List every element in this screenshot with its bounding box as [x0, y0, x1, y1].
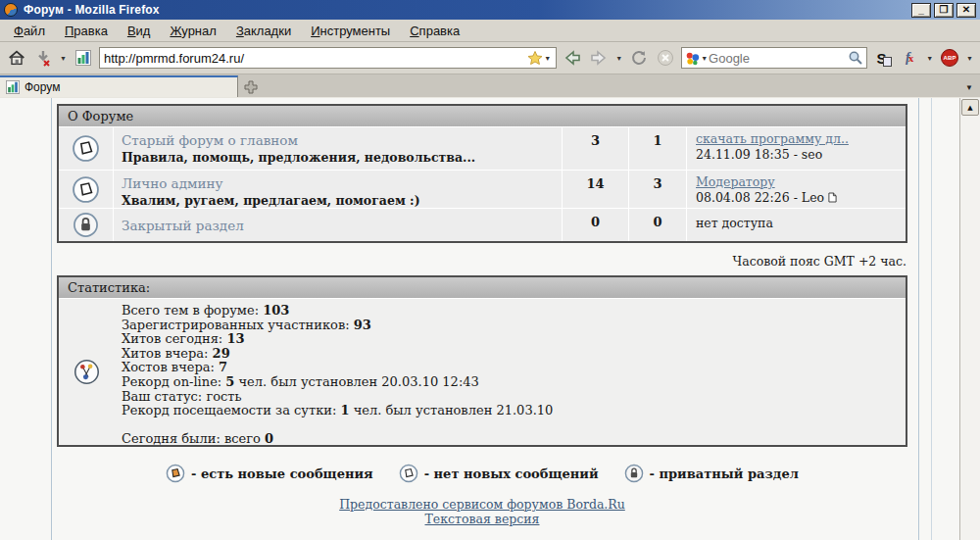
adblock-button[interactable]: ABP: [939, 47, 960, 69]
adblock-icon: ABP: [941, 49, 958, 67]
plus-icon: [244, 80, 258, 94]
footer: Предоставлено сервисом форумов Borda.Ru …: [57, 497, 907, 526]
firefox-window: Форум - Mozilla Firefox _ ❐ ✕ Файл Правк…: [0, 0, 980, 540]
menu-item-bookmarks[interactable]: Закладки: [226, 21, 301, 41]
menu-item-help[interactable]: Справка: [400, 21, 469, 41]
stats-text: Всего тем в форуме: 103 Зарегистрированн…: [114, 299, 906, 445]
topics-count: 14: [563, 171, 628, 208]
toolbar-dropdown-icon[interactable]: ▼: [59, 55, 68, 62]
google-engine-icon[interactable]: [685, 51, 700, 66]
chevron-down-icon: ▼: [965, 83, 973, 92]
stat-line: Всего тем в форуме: 103: [122, 304, 898, 319]
forward-arrow-icon: [589, 49, 609, 67]
stat-line: Сегодня были: всего 0: [122, 432, 898, 447]
legend-text: - нет новых сообщений: [424, 466, 599, 481]
back-button[interactable]: [562, 47, 583, 69]
scroll-up-button[interactable]: ▲: [961, 99, 979, 116]
bookmark-star-icon[interactable]: [527, 50, 543, 66]
home-button[interactable]: [6, 47, 27, 69]
flashblock-button[interactable]: fx: [899, 47, 920, 69]
last-post-info: нет доступа: [696, 216, 773, 230]
list-all-tabs-button[interactable]: ▼: [958, 77, 980, 97]
menu-item-tools[interactable]: Инструменты: [301, 21, 400, 41]
lock-icon: [624, 464, 644, 483]
tab-forum[interactable]: Форум: [0, 75, 238, 97]
stats-header: Статистика:: [59, 277, 906, 298]
legend-item: - нет новых сообщений: [399, 464, 599, 483]
search-magnifier-icon[interactable]: [848, 50, 863, 66]
vertical-scrollbar[interactable]: ▲: [959, 98, 980, 540]
stat-line: Хостов вчера: 7: [122, 361, 898, 375]
last-post-cell: нет доступа: [687, 209, 906, 241]
forum-link: Закрытый раздел: [122, 218, 244, 233]
stat-line: Хитов вчера: 29: [122, 347, 898, 362]
forum-row-icon-cell: [59, 209, 113, 241]
last-post-info: 08.04.08 22:26 - Leo: [696, 190, 897, 205]
close-button[interactable]: ✕: [956, 3, 976, 18]
search-engine-dropdown-icon[interactable]: ▼: [700, 55, 709, 62]
navigation-toolbar: ▼ ▼ ▼: [0, 42, 980, 74]
stat-line: Ваш статус: гость: [122, 390, 898, 405]
forum-description: Хвалим, ругаем, предлагаем, помогаем :): [122, 193, 554, 208]
titlebar: Форум - Mozilla Firefox _ ❐ ✕: [0, 0, 980, 20]
url-input[interactable]: [104, 51, 527, 66]
last-post-info: 24.11.09 18:35 - seo: [696, 147, 897, 162]
forum-row-icon-cell: [59, 127, 113, 170]
last-post-cell: Модератору 08.04.08 22:26 - Leo: [687, 171, 906, 208]
flashblock-icon: fx: [906, 50, 913, 66]
search-input[interactable]: [709, 51, 848, 66]
menu-item-file[interactable]: Файл: [4, 21, 55, 41]
reload-button[interactable]: [628, 47, 650, 69]
menu-item-edit[interactable]: Правка: [55, 21, 118, 41]
legend-text: - есть новые сообщения: [191, 466, 373, 481]
forum-row-main: Закрытый раздел: [114, 209, 562, 241]
forward-button[interactable]: [588, 47, 610, 69]
scrapbook-button[interactable]: S: [872, 47, 894, 69]
urlbar-dropdown-icon[interactable]: ▼: [543, 55, 552, 62]
restore-button[interactable]: ❐: [934, 3, 954, 18]
url-bar: ▼: [99, 47, 557, 69]
minimize-button[interactable]: _: [911, 3, 931, 18]
forum-description: Правила, помощь, предложения, недовольст…: [122, 150, 554, 165]
reload-icon: [630, 49, 648, 67]
new-tab-button[interactable]: [238, 77, 264, 97]
last-post-link[interactable]: скачать программу дл..: [696, 131, 849, 146]
topics-count: 3: [563, 127, 628, 170]
menu-item-view[interactable]: Вид: [118, 21, 161, 41]
folder-icon: [399, 464, 418, 483]
stat-line: Зарегистрированных участников: 93: [122, 319, 898, 333]
downloads-button[interactable]: [32, 47, 54, 69]
forum-table: О Форуме Старый форум о главном Правила,…: [57, 104, 907, 243]
page-border-line: [51, 98, 52, 540]
page-border-line: [931, 98, 932, 540]
adblock-dropdown-icon[interactable]: ▼: [965, 55, 974, 62]
tab-bar: Форум ▼: [0, 74, 980, 97]
menubar: Файл Правка Вид Журнал Закладки Инструме…: [0, 20, 980, 42]
replies-count: 3: [629, 171, 686, 208]
legend-text: - приватный раздел: [650, 466, 799, 481]
tab-favicon: [6, 80, 20, 94]
last-post-link[interactable]: Модератору: [696, 174, 775, 189]
folder-new-icon: [166, 464, 185, 483]
flashblock-dropdown-icon[interactable]: ▼: [925, 55, 934, 62]
stat-line: Рекорд посещаемости за сутки: 1 чел. был…: [122, 404, 898, 418]
footer-link-text-version[interactable]: Текстовая версия: [425, 512, 540, 526]
up-arrow-icon: ▲: [967, 104, 972, 112]
footer-link-borda[interactable]: Предоставлено сервисом форумов Borda.Ru: [339, 497, 625, 512]
home-icon: [7, 48, 26, 68]
forum-row-main: Старый форум о главном Правила, помощь, …: [114, 127, 562, 170]
topics-count: 0: [563, 209, 628, 241]
forum-row-icon-cell: [59, 171, 113, 208]
page-content: ▲ О Форуме Старый форум о главном: [0, 97, 980, 540]
forum-link[interactable]: Лично админу: [122, 175, 222, 191]
folder-icon: [72, 134, 100, 163]
nav-history-dropdown-icon[interactable]: ▼: [614, 55, 623, 62]
stop-button[interactable]: [655, 47, 676, 69]
legend: - есть новые сообщения - нет новых сообщ…: [57, 464, 907, 483]
legend-item: - приватный раздел: [624, 464, 799, 483]
stat-line: Хитов сегодня: 13: [122, 332, 898, 347]
menu-item-history[interactable]: Журнал: [160, 21, 225, 41]
forum-link[interactable]: Старый форум о главном: [122, 132, 298, 148]
site-favicon: [73, 47, 94, 69]
back-arrow-icon: [563, 49, 582, 67]
